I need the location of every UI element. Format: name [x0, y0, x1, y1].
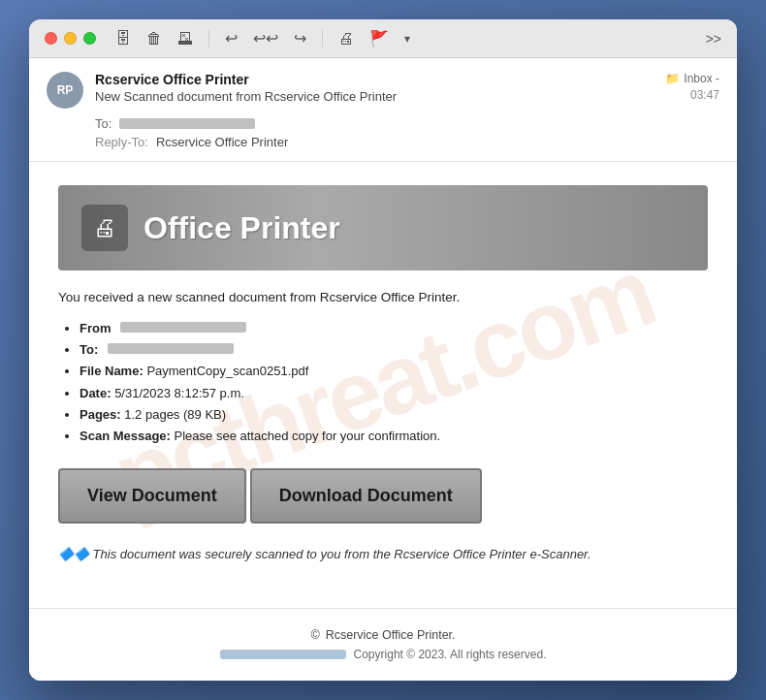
chevron-down-icon[interactable]: ▾: [404, 32, 410, 46]
toolbar: 🗄 🗑 🗳 ↩ ↩↩ ↪ 🖨 🚩 ▾: [115, 29, 410, 48]
email-content: 🖨 Office Printer You received a new scan…: [58, 185, 708, 561]
email-meta: 📁 Inbox - 03:47: [665, 72, 719, 102]
replyto-row: Reply-To: Rcservice Office Printer: [95, 135, 719, 149]
to-row: To:: [95, 116, 719, 131]
scan-message-value: Please see attached copy for your confir…: [175, 429, 441, 443]
scan-message-label: Scan Message:: [80, 429, 171, 443]
archive-box-icon[interactable]: 🗳: [177, 30, 193, 48]
to-detail-label: To:: [80, 342, 98, 357]
banner-title: Office Printer: [144, 210, 340, 246]
separator2: [322, 30, 323, 48]
list-item: From: [80, 318, 708, 339]
list-item: Date: 5/31/2023 8:12:57 p.m.: [80, 383, 708, 404]
inbox-label: 📁 Inbox -: [665, 72, 719, 85]
email-subject: New Scanned document from Rcservice Offi…: [95, 89, 397, 104]
list-item: Pages: 1.2 pages (89 KB): [80, 404, 708, 426]
list-item: File Name: PaymentCopy_scan0251.pdf: [80, 361, 708, 382]
intro-text: You received a new scanned document from…: [58, 290, 708, 304]
pages-value: 1.2 pages (89 KB): [124, 407, 226, 422]
footer-bar: [220, 650, 346, 659]
from-redacted: [120, 322, 246, 333]
maximize-button[interactable]: [83, 32, 96, 45]
footer-name: Rcservice Office Printer.: [326, 628, 456, 642]
download-document-button[interactable]: Download Document: [250, 468, 482, 524]
replyto-value: Rcservice Office Printer: [156, 135, 288, 149]
footer-rights: Copyright © 2023. All rights reserved.: [354, 648, 547, 661]
to-label: To:: [95, 116, 112, 131]
printer-banner: 🖨 Office Printer: [58, 185, 708, 270]
avatar: RP: [47, 72, 83, 109]
more-actions[interactable]: >>: [706, 31, 721, 47]
list-item: To:: [80, 339, 708, 361]
email-header: RP Rcservice Office Printer New Scanned …: [29, 58, 737, 162]
flag-icon[interactable]: 🚩: [369, 29, 389, 48]
button-row: View Document Download Document: [58, 468, 708, 524]
print-icon[interactable]: 🖨: [338, 30, 354, 48]
list-item: Scan Message: Please see attached copy f…: [80, 426, 708, 447]
to-redacted: [119, 118, 255, 129]
filename-value: PaymentCopy_scan0251.pdf: [146, 364, 308, 378]
sender-name: Rcservice Office Printer: [95, 72, 397, 87]
footer-copyright-row: © Rcservice Office Printer.: [48, 628, 718, 642]
reply-icon[interactable]: ↩: [225, 29, 238, 48]
replyto-label: Reply-To:: [95, 135, 148, 149]
from-label: From: [80, 321, 112, 335]
archive-icon[interactable]: 🗄: [115, 30, 131, 48]
sender-row: RP Rcservice Office Printer New Scanned …: [47, 72, 719, 109]
email-body: pcthreat.com 🖨 Office Printer You receiv…: [29, 162, 737, 608]
email-footer: © Rcservice Office Printer. Copyright © …: [29, 608, 737, 681]
date-value: 5/31/2023 8:12:57 p.m.: [114, 386, 244, 400]
trash-icon[interactable]: 🗑: [146, 30, 162, 48]
sender-left: RP Rcservice Office Printer New Scanned …: [47, 72, 397, 109]
separator: [208, 30, 209, 48]
sender-info: Rcservice Office Printer New Scanned doc…: [95, 72, 397, 104]
close-button[interactable]: [45, 32, 57, 45]
pages-label: Pages:: [80, 407, 121, 422]
filename-label: File Name:: [80, 364, 144, 378]
timestamp: 03:47: [665, 88, 719, 102]
traffic-lights: [45, 32, 96, 45]
to-detail-redacted: [108, 343, 234, 354]
minimize-button[interactable]: [64, 32, 77, 45]
disclaimer-text: 🔷🔷 This document was securely scanned to…: [58, 547, 708, 561]
titlebar: 🗄 🗑 🗳 ↩ ↩↩ ↪ 🖨 🚩 ▾ >>: [29, 19, 737, 58]
email-window: 🗄 🗑 🗳 ↩ ↩↩ ↪ 🖨 🚩 ▾ >> RP Rcservice Offic…: [29, 19, 737, 681]
date-label: Date:: [80, 386, 112, 400]
printer-icon: 🖨: [81, 205, 128, 251]
forward-icon[interactable]: ↪: [294, 29, 306, 48]
view-document-button[interactable]: View Document: [58, 468, 246, 524]
copyright-symbol: ©: [310, 628, 319, 642]
reply-all-icon[interactable]: ↩↩: [253, 29, 278, 48]
details-list: From To: File Name: PaymentCopy_scan0251…: [58, 318, 708, 447]
inbox-icon: 📁: [665, 72, 680, 85]
